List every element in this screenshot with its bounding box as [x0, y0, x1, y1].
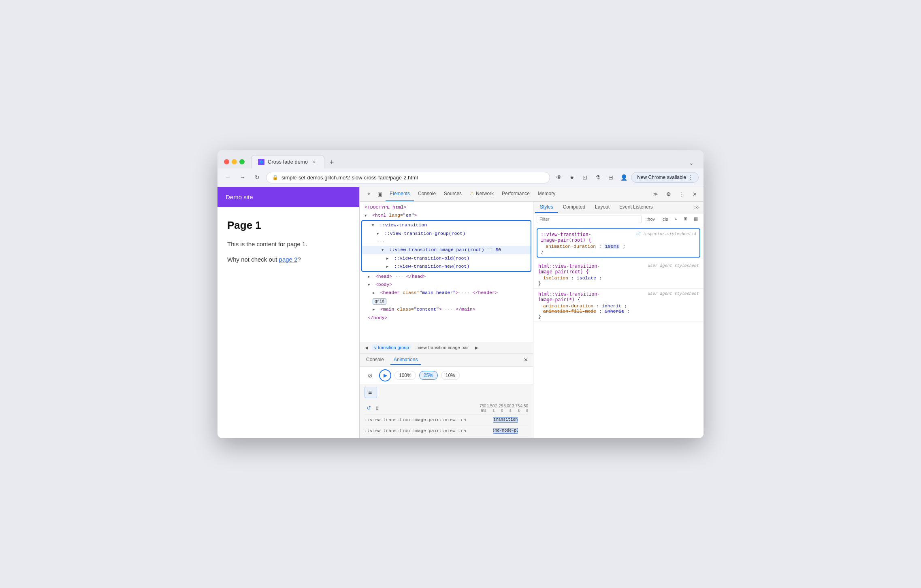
tab-console[interactable]: Console: [414, 187, 440, 201]
minimize-window-button[interactable]: [232, 159, 237, 164]
breadcrumb-item-vt-group[interactable]: v-transition-group: [372, 344, 411, 351]
triangle-head[interactable]: [368, 273, 373, 280]
new-chrome-available-button[interactable]: New Chrome available ⋮: [631, 172, 699, 183]
address-bar[interactable]: 🔒 simple-set-demos.glitch.me/2-slow-cros…: [266, 172, 550, 183]
eye-off-icon[interactable]: 👁: [553, 172, 565, 183]
time-marker-375: 3.75 s: [512, 404, 520, 413]
breadcrumb-right-arrow[interactable]: ▶: [473, 344, 480, 351]
new-tab-button[interactable]: +: [326, 157, 337, 168]
maximize-window-button[interactable]: [239, 159, 245, 164]
active-tab[interactable]: 🔷 Cross fade demo ×: [251, 155, 324, 168]
add-style-button[interactable]: +: [672, 215, 680, 223]
time-marker-300: 3.00 s: [503, 404, 512, 413]
refresh-button[interactable]: ↻: [252, 172, 263, 183]
styles-tab-event-listeners[interactable]: Event Listeners: [614, 202, 658, 213]
tab-list-button[interactable]: ⌄: [686, 157, 697, 168]
tab-memory[interactable]: Memory: [534, 187, 559, 201]
triangle-header[interactable]: [373, 289, 377, 296]
breadcrumb-item-vt-image-pair[interactable]: ::view-transition-image-pair: [413, 344, 471, 351]
html-line-ellipsis[interactable]: ···: [362, 238, 531, 246]
html-line-main[interactable]: <main class="content"> ··· </main>: [360, 305, 533, 313]
timeline-row-1[interactable]: ::view-transition-image-pair::view-tra -…: [365, 415, 528, 426]
triangle-vt-old[interactable]: [386, 255, 391, 262]
html-line-body[interactable]: <body>: [360, 281, 533, 289]
speed-25-button[interactable]: 25%: [419, 371, 438, 380]
tab-close-button[interactable]: ×: [311, 159, 318, 165]
triangle-main[interactable]: [373, 306, 377, 313]
elements-highlight-box: ::view-transition ::view-transition-grou…: [361, 220, 531, 271]
devtools-close-button[interactable]: ✕: [689, 188, 700, 200]
devtools-cursor-icon[interactable]: ⌖: [363, 188, 374, 200]
lab-button[interactable]: ⚗: [592, 172, 603, 183]
split-button[interactable]: ⊟: [605, 172, 616, 183]
html-line-view-transition[interactable]: ::view-transition: [362, 221, 531, 229]
triangle-vt-image-pair[interactable]: [382, 246, 386, 254]
ua-rule-2-source: user agent stylesheet: [648, 291, 699, 296]
devtools-layout-icon[interactable]: ▣: [374, 188, 386, 200]
forward-button[interactable]: →: [237, 172, 248, 183]
more-tabs-button[interactable]: ≫: [650, 188, 661, 200]
timeline-header: ↺ 0 750 ms 1.50 s 2.25 s 3.00 s 3.75 s 4: [365, 402, 528, 415]
html-line-header[interactable]: <header class="main-header"> ··· </heade…: [360, 289, 533, 297]
animations-group-box[interactable]: ≡: [365, 387, 377, 398]
back-button[interactable]: ←: [222, 172, 234, 183]
grid-badge: grid: [373, 298, 386, 305]
tab-network[interactable]: ⚠ Network: [466, 187, 498, 201]
html-line-vt-new[interactable]: ::view-transition-new(root): [362, 262, 531, 271]
extensions-button[interactable]: ⊡: [579, 172, 591, 183]
bottom-panel-close-button[interactable]: ✕: [522, 356, 530, 364]
bookmark-button[interactable]: ★: [566, 172, 578, 183]
styles-tab-computed[interactable]: Computed: [558, 202, 590, 213]
animations-pause-button[interactable]: ⊘: [365, 370, 376, 381]
timeline-replay-button[interactable]: ↺: [365, 404, 373, 412]
bottom-tab-animations[interactable]: Animations: [390, 355, 421, 365]
devtools-bottom-panel: Console Animations ✕ ⊘ ▶ 100% 25%: [360, 353, 533, 438]
speed-10-button[interactable]: 10%: [441, 371, 460, 380]
lock-icon: 🔒: [272, 175, 278, 180]
page-2-link[interactable]: page 2: [279, 256, 298, 263]
styles-filter-input[interactable]: [537, 215, 642, 223]
triangle-vt-new[interactable]: [386, 263, 391, 270]
html-line-html[interactable]: <html lang="en">: [360, 211, 533, 219]
triangle-view-transition[interactable]: [372, 222, 377, 229]
timeline-row-2[interactable]: ::view-transition-image-pair::view-tra -…: [365, 426, 528, 437]
timeline-row-1-bar: -ua-view-transition-fade-out: [478, 417, 528, 423]
html-line-body-close[interactable]: </body>: [360, 314, 533, 322]
breadcrumb-left-arrow[interactable]: ◀: [363, 344, 370, 351]
tab-performance[interactable]: Performance: [498, 187, 534, 201]
styles-tab-styles[interactable]: Styles: [535, 202, 558, 213]
html-line-doctype[interactable]: <!DOCTYPE html>: [360, 203, 533, 211]
devtools-settings-button[interactable]: ⚙: [663, 188, 674, 200]
tab-sources[interactable]: Sources: [440, 187, 466, 201]
triangle-vt-group[interactable]: [377, 230, 382, 237]
elements-content[interactable]: <!DOCTYPE html> <html lang="en"> ::view-…: [360, 202, 533, 342]
nav-bar: ← → ↻ 🔒 simple-set-demos.glitch.me/2-slo…: [217, 168, 704, 187]
styles-tab-layout[interactable]: Layout: [590, 202, 614, 213]
styles-content: ::view-transition-image-pair(root) { 📄 i…: [533, 225, 704, 438]
ua-rule-2: html::view-transition-image-pair(*) { us…: [533, 289, 704, 322]
hov-button[interactable]: :hov: [644, 215, 657, 223]
html-line-vt-old[interactable]: ::view-transition-old(root): [362, 254, 531, 262]
timeline-start-label: 0: [376, 406, 378, 411]
devtools-more-options-button[interactable]: ⋮: [676, 188, 687, 200]
ua-rule-1-property: isolation : isolate ;: [538, 275, 699, 281]
close-window-button[interactable]: [224, 159, 229, 164]
html-line-head[interactable]: <head> ··· </head>: [360, 273, 533, 281]
highlighted-rule-value[interactable]: 100ms: [604, 244, 620, 249]
new-style-icon[interactable]: ⊞: [681, 215, 690, 223]
rule-source[interactable]: 📄 inspector-stylesheet:4: [635, 232, 696, 236]
html-line-vt-image-pair[interactable]: ::view-transition-image-pair(root) == $0: [362, 246, 531, 254]
html-line-grid-badge[interactable]: grid: [360, 297, 533, 305]
bottom-tab-console[interactable]: Console: [363, 355, 387, 365]
tab-elements[interactable]: Elements: [386, 187, 414, 201]
triangle-body[interactable]: [368, 281, 373, 288]
speed-100-button[interactable]: 100%: [394, 371, 416, 380]
animations-play-button[interactable]: ▶: [379, 369, 391, 381]
timeline-rows: ::view-transition-image-pair::view-tra -…: [365, 415, 528, 437]
cls-button[interactable]: .cls: [659, 215, 671, 223]
triangle-html[interactable]: [365, 212, 369, 219]
profile-button[interactable]: 👤: [618, 172, 629, 183]
styles-more-tabs[interactable]: >>: [692, 203, 702, 211]
html-line-view-transition-group[interactable]: ::view-transition-group(root): [362, 230, 531, 238]
color-picker-icon[interactable]: ▦: [691, 215, 700, 223]
